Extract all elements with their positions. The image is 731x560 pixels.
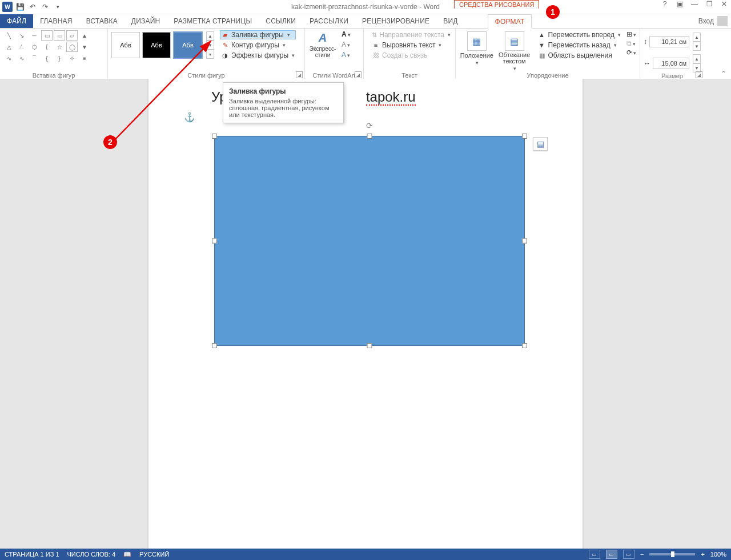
style-swatch-2[interactable]: Абв (142, 32, 171, 58)
text-outline-icon[interactable]: A▾ (342, 41, 351, 49)
tab-view[interactable]: ВИД (436, 14, 464, 28)
word-app-icon: W (2, 2, 13, 12)
zoom-level[interactable]: 100% (710, 551, 726, 558)
redo-icon[interactable]: ↷ (40, 2, 50, 12)
dialog-launcher-icon[interactable]: ◢ (355, 71, 362, 78)
wrap-text-button[interactable]: ▤Обтекание текстом▾ (497, 30, 532, 71)
resize-handle[interactable] (367, 343, 372, 348)
bring-forward-icon: ▲ (538, 31, 546, 39)
tab-references[interactable]: ССЫЛКИ (259, 14, 303, 28)
send-backward-icon: ▼ (538, 41, 546, 49)
proofing-icon[interactable]: 📖 (123, 551, 131, 558)
status-bar: СТРАНИЦА 1 ИЗ 1 ЧИСЛО СЛОВ: 4 📖 РУССКИЙ … (0, 549, 731, 560)
send-backward-button[interactable]: ▼Переместить назад▾ (537, 41, 622, 50)
web-layout-icon[interactable]: ▭ (623, 550, 634, 559)
tab-design[interactable]: ДИЗАЙН (124, 14, 167, 28)
tab-mailings[interactable]: РАССЫЛКИ (303, 14, 355, 28)
title-bar: W 💾 ↶ ↷ ▾ kak-izmenit-prozrachnost-risun… (0, 0, 731, 14)
layout-options-button[interactable]: ▤ (533, 137, 548, 151)
bring-forward-button[interactable]: ▲Переместить вперед▾ (537, 30, 622, 39)
contextual-tools-label: СРЕДСТВА РИСОВАНИЯ (454, 0, 539, 9)
page[interactable]: Уроtapok.ru ⚓ ⟳ ▤ (148, 79, 583, 549)
resize-handle[interactable] (212, 134, 217, 139)
window-title: kak-izmenit-prozrachnost-risunka-v-vorde… (0, 3, 731, 11)
tab-review[interactable]: РЕЦЕНЗИРОВАНИЕ (355, 14, 436, 28)
save-icon[interactable]: 💾 (15, 2, 25, 12)
tab-insert[interactable]: ВСТАВКА (79, 14, 124, 28)
selection-pane-icon: ▥ (538, 51, 546, 59)
wordart-quickstyles-button[interactable]: A Экспресс-стили (308, 30, 337, 58)
zoom-out-button[interactable]: − (640, 551, 644, 558)
ribbon-tabs: ФАЙЛ ГЛАВНАЯ ВСТАВКА ДИЗАЙН РАЗМЕТКА СТР… (0, 14, 731, 29)
collapse-ribbon-icon[interactable]: ⌃ (721, 70, 726, 78)
link-icon: ⛓ (372, 51, 380, 59)
style-swatch-3[interactable]: Абв (173, 31, 203, 59)
shape-fill-label: Заливка фигуры (231, 31, 284, 39)
position-icon: ▦ (467, 31, 487, 51)
text-direction-button[interactable]: ⇅Направление текста▾ (371, 30, 452, 39)
language-indicator[interactable]: РУССКИЙ (139, 551, 169, 558)
tab-file[interactable]: ФАЙЛ (0, 14, 33, 28)
word-count[interactable]: ЧИСЛО СЛОВ: 4 (67, 551, 116, 558)
tab-layout[interactable]: РАЗМЕТКА СТРАНИЦЫ (167, 14, 259, 28)
ribbon: ╲↘─▭▭▱▲ △ㄥ⬡{☆◯▼ ∿∿⌒{}✧≡ Вставка фигур Аб… (0, 29, 731, 80)
close-icon[interactable]: ✕ (720, 0, 729, 8)
window-controls: ? ▣ — ❐ ✕ (660, 0, 729, 8)
position-button[interactable]: ▦Положение▾ (459, 30, 495, 71)
resize-handle[interactable] (212, 343, 217, 348)
selection-pane-button[interactable]: ▥Область выделения (537, 51, 622, 60)
page-indicator[interactable]: СТРАНИЦА 1 ИЗ 1 (5, 551, 59, 558)
group-text: ⇅Направление текста▾ ≡Выровнять текст▾ ⛓… (364, 29, 456, 80)
undo-icon[interactable]: ↶ (27, 2, 38, 12)
zoom-in-button[interactable]: + (701, 551, 704, 558)
style-swatch-1[interactable]: Абв (111, 32, 140, 58)
create-link-button: ⛓Создать связь (371, 51, 452, 60)
group-shape-styles: Абв Абв Абв ▲▼▾ ▰ Заливка фигуры▾ ✎ Конт… (108, 29, 305, 80)
width-field[interactable]: ↔15,08 см▲▼ (644, 54, 701, 72)
tab-format[interactable]: ФОРМАТ (488, 14, 532, 29)
align-icon[interactable]: ⊞▾ (626, 30, 636, 38)
ribbon-display-icon[interactable]: ▣ (675, 0, 684, 8)
zoom-slider[interactable] (649, 553, 695, 555)
tooltip-title: Заливка фигуры (229, 87, 338, 95)
read-mode-icon[interactable]: ▭ (589, 550, 600, 559)
selected-shape[interactable]: ⟳ ▤ (212, 134, 527, 348)
quick-access-toolbar: W 💾 ↶ ↷ ▾ (0, 2, 63, 12)
shape-outline-button[interactable]: ✎ Контур фигуры▾ (220, 41, 296, 50)
shapes-gallery[interactable]: ╲↘─▭▭▱▲ △ㄥ⬡{☆◯▼ ∿∿⌒{}✧≡ (3, 30, 104, 63)
shape-effects-button[interactable]: ◑ Эффекты фигуры▾ (220, 51, 296, 60)
qat-customize-icon[interactable]: ▾ (53, 2, 63, 12)
login-area[interactable]: Вход (698, 14, 728, 28)
pen-icon: ✎ (221, 41, 229, 49)
rotate-handle-icon[interactable]: ⟳ (366, 121, 373, 130)
group-arrange: ▦Положение▾ ▤Обтекание текстом▾ ▲Перемес… (456, 29, 640, 80)
shape-fill-button[interactable]: ▰ Заливка фигуры▾ (220, 30, 296, 39)
wrap-text-icon: ▤ (505, 31, 524, 51)
minimize-icon[interactable]: — (690, 0, 699, 8)
rectangle-shape[interactable] (214, 136, 525, 346)
style-gallery-scroll[interactable]: ▲▼▾ (206, 31, 214, 59)
resize-handle[interactable] (522, 134, 527, 139)
text-effects-icon[interactable]: A▾ (342, 51, 351, 59)
rotate-icon[interactable]: ⟳▾ (626, 49, 636, 57)
align-text-button[interactable]: ≡Выровнять текст▾ (371, 41, 452, 50)
tab-home[interactable]: ГЛАВНАЯ (33, 14, 79, 28)
resize-handle[interactable] (522, 239, 527, 244)
dialog-launcher-icon[interactable]: ◢ (296, 71, 303, 78)
paint-bucket-icon: ▰ (221, 31, 229, 39)
resize-handle[interactable] (212, 239, 217, 244)
tooltip-body: Заливка выделенной фигуры: сплошная, гра… (229, 98, 338, 118)
group-wordart-styles: A Экспресс-стили A▾ A▾ A▾ Стили WordArt … (305, 29, 364, 80)
object-anchor-icon: ⚓ (184, 112, 195, 123)
login-label: Вход (698, 17, 714, 25)
resize-handle[interactable] (367, 134, 372, 139)
restore-icon[interactable]: ❐ (705, 0, 714, 8)
height-field[interactable]: ↕10,21 см▲▼ (644, 33, 701, 51)
help-icon[interactable]: ? (660, 0, 669, 8)
dialog-launcher-icon[interactable]: ◢ (696, 71, 702, 78)
resize-handle[interactable] (522, 343, 527, 348)
annotation-callout-1: 1 (546, 5, 560, 19)
height-icon: ↕ (644, 38, 647, 46)
text-fill-icon[interactable]: A▾ (342, 30, 351, 38)
print-layout-icon[interactable]: ▭ (606, 550, 617, 559)
